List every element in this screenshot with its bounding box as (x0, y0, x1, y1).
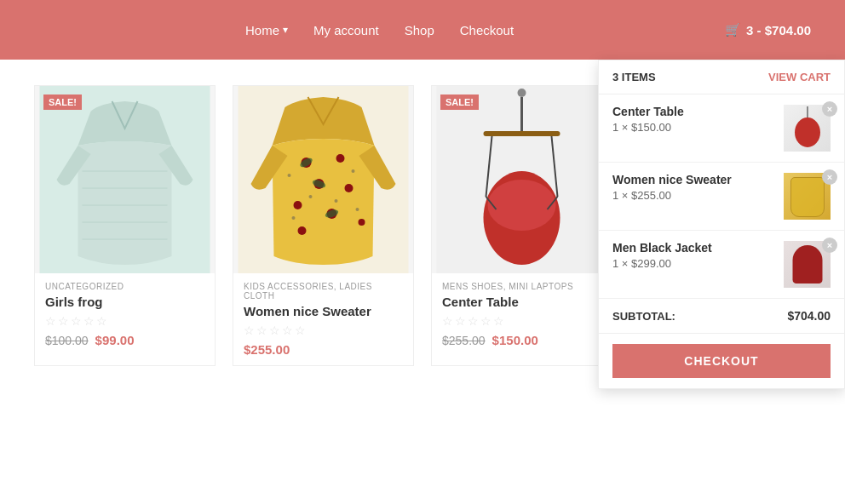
cart-item: Men Black Jacket 1 × $299.00 × (599, 231, 844, 299)
cart-item-info: Center Table 1 × $150.00 (612, 105, 775, 134)
cart-item-qty-price: 1 × $150.00 (612, 121, 775, 134)
svg-point-14 (298, 226, 307, 235)
price-wrap: $255.00 $150.00 (442, 333, 601, 347)
product-name: Center Table (442, 295, 601, 309)
star-rating[interactable]: ☆ ☆ ☆ ☆ ☆ (442, 314, 601, 328)
view-cart-link[interactable]: VIEW CART (768, 71, 831, 83)
cart-items-count: 3 ITEMS (612, 71, 656, 83)
cart-subtotal-label: SUBTOTAL: (612, 310, 675, 323)
product-image-wrap (233, 86, 413, 273)
product-category: MENS SHOES, MINI LAPTOPS (442, 282, 601, 291)
star: ☆ (45, 314, 56, 328)
main-nav: Home My account Shop Checkout (34, 23, 725, 37)
nav-home[interactable]: Home (245, 23, 288, 37)
svg-point-10 (345, 184, 354, 192)
cart-item-name: Women nice Sweater (612, 173, 775, 186)
sale-badge: SALE! (43, 94, 82, 110)
star: ☆ (83, 314, 95, 328)
product-category: KIDS ACCESSORIES, LADIES CLOTH (244, 282, 403, 301)
star: ☆ (493, 314, 504, 328)
cart-item-info: Women nice Sweater 1 × $255.00 (612, 173, 775, 202)
cart-subtotal-amount: $704.00 (787, 309, 831, 323)
svg-rect-27 (484, 131, 560, 136)
product-info: KIDS ACCESSORIES, LADIES CLOTH Women nic… (233, 273, 413, 357)
svg-point-20 (309, 195, 313, 198)
svg-point-11 (294, 201, 302, 209)
star-rating[interactable]: ☆ ☆ ☆ ☆ ☆ (45, 314, 204, 328)
cart-subtotal-row: SUBTOTAL: $704.00 (599, 299, 844, 334)
cart-checkout-button[interactable]: CHECKOUT (612, 344, 831, 378)
product-image-center-table (432, 86, 612, 273)
product-card[interactable]: KIDS ACCESSORIES, LADIES CLOTH Women nic… (233, 85, 414, 366)
cart-item-info: Men Black Jacket 1 × $299.00 (612, 241, 775, 270)
product-image-wrap: SALE! (432, 86, 612, 273)
price-original: $255.00 (442, 334, 486, 347)
cart-icon: 🛒 (725, 22, 741, 37)
cart-dropdown: 3 ITEMS VIEW CART Center Table 1 × $150.… (598, 60, 845, 389)
cart-item-name: Men Black Jacket (612, 241, 775, 255)
cart-item-qty-price: 1 × $255.00 (612, 189, 775, 202)
price-original: $100.00 (45, 334, 89, 347)
product-name: Women nice Sweater (244, 304, 403, 318)
star-rating[interactable]: ☆ ☆ ☆ ☆ ☆ (244, 324, 403, 337)
price-wrap: $100.00 $99.00 (45, 333, 204, 347)
star: ☆ (295, 324, 306, 337)
price-regular: $255.00 (244, 342, 290, 357)
nav-checkout[interactable]: Checkout (460, 23, 514, 37)
star: ☆ (282, 324, 293, 337)
star: ☆ (442, 314, 453, 328)
cart-dropdown-header: 3 ITEMS VIEW CART (599, 60, 844, 94)
cart-item-remove-button[interactable]: × (822, 238, 837, 253)
cart-item: Women nice Sweater 1 × $255.00 × (599, 163, 844, 231)
sale-badge: SALE! (440, 94, 479, 110)
cart-item-remove-button[interactable]: × (822, 169, 837, 185)
star: ☆ (244, 324, 255, 337)
svg-point-18 (288, 174, 291, 177)
product-image-wrap: SALE! (35, 86, 215, 273)
nav-my-account[interactable]: My account (313, 23, 379, 37)
svg-point-22 (292, 216, 296, 220)
cart-item-name: Center Table (612, 105, 775, 118)
svg-point-19 (352, 169, 355, 173)
star: ☆ (71, 314, 82, 328)
product-category: UNCATEGORIZED (45, 282, 204, 291)
star: ☆ (480, 314, 491, 328)
svg-point-31 (488, 180, 556, 231)
price-wrap: $255.00 (244, 342, 403, 357)
cart-item-remove-button[interactable]: × (822, 101, 837, 117)
nav-shop[interactable]: Shop (405, 23, 434, 37)
price-sale: $150.00 (492, 333, 538, 347)
cart-item-qty-price: 1 × $299.00 (612, 257, 775, 270)
cart-button[interactable]: 🛒 3 - $704.00 (725, 22, 811, 37)
product-info: UNCATEGORIZED Girls frog ☆ ☆ ☆ ☆ ☆ $100.… (35, 273, 215, 347)
svg-point-8 (336, 154, 345, 163)
svg-point-25 (518, 89, 526, 97)
svg-point-13 (359, 219, 365, 226)
price-sale: $99.00 (95, 333, 135, 347)
product-image-girls-frog (35, 86, 215, 273)
product-name: Girls frog (45, 295, 204, 309)
cart-item: Center Table 1 × $150.00 × (599, 94, 844, 163)
star: ☆ (96, 314, 107, 328)
star: ☆ (455, 314, 466, 328)
star: ☆ (269, 324, 280, 337)
product-image-women-sweater (233, 86, 413, 273)
star: ☆ (468, 314, 479, 328)
product-card[interactable]: SALE! (431, 85, 612, 366)
svg-point-23 (356, 208, 359, 211)
star: ☆ (256, 324, 267, 337)
svg-point-21 (335, 199, 338, 203)
star: ☆ (58, 314, 69, 328)
product-card[interactable]: SALE! (34, 85, 216, 366)
product-info: MENS SHOES, MINI LAPTOPS Center Table ☆ … (432, 273, 612, 347)
cart-count-total: 3 - $704.00 (746, 23, 811, 37)
header: Home My account Shop Checkout 🛒 3 - $704… (0, 0, 845, 60)
